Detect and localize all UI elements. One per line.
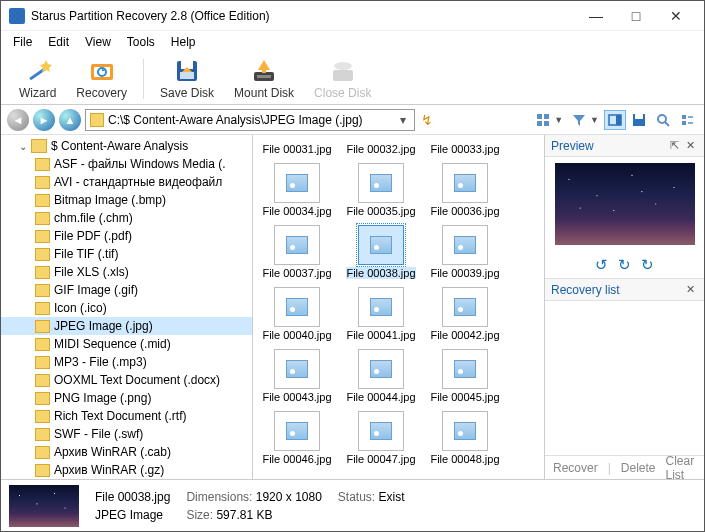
- folder-tree[interactable]: ⌄ $ Content-Aware Analysis ASF - файлы W…: [1, 135, 253, 479]
- folder-icon: [35, 428, 50, 441]
- save-disk-button[interactable]: Save Disk: [150, 56, 224, 102]
- tree-item[interactable]: Bitmap Image (.bmp): [1, 191, 252, 209]
- tree-item[interactable]: OOXML Text Document (.docx): [1, 371, 252, 389]
- recovery-buttons: Recover | Delete Clear List ▯▯▯: [545, 455, 704, 479]
- mount-disk-button[interactable]: Mount Disk: [224, 56, 304, 102]
- file-item[interactable]: File 00042.jpg: [423, 283, 507, 345]
- file-thumb: [442, 163, 488, 203]
- folder-icon: [35, 320, 50, 333]
- nav-up-button[interactable]: ▲: [59, 109, 81, 131]
- file-item[interactable]: File 00047.jpg: [339, 407, 423, 469]
- path-dropdown-icon[interactable]: ▾: [396, 113, 410, 127]
- wizard-button[interactable]: Wizard: [9, 56, 66, 102]
- rotate-right-icon[interactable]: ↻: [641, 256, 654, 274]
- folder-icon: [35, 248, 50, 261]
- svg-rect-10: [257, 75, 271, 78]
- rotate-down-icon[interactable]: ↻: [618, 256, 631, 274]
- svg-rect-13: [333, 70, 353, 81]
- tree-item[interactable]: Rich Text Document (.rtf): [1, 407, 252, 425]
- chevron-down-icon[interactable]: ▼: [590, 115, 599, 125]
- menu-edit[interactable]: Edit: [40, 33, 77, 51]
- file-item[interactable]: File 00036.jpg: [423, 159, 507, 221]
- file-item[interactable]: File 00034.jpg: [255, 159, 339, 221]
- preview-close-icon[interactable]: ✕: [682, 139, 698, 152]
- tree-item[interactable]: File TIF (.tif): [1, 245, 252, 263]
- chevron-down-icon[interactable]: ▼: [554, 115, 563, 125]
- svg-rect-26: [682, 115, 686, 119]
- tree-item[interactable]: MP3 - File (.mp3): [1, 353, 252, 371]
- file-label: File 00036.jpg: [430, 205, 499, 217]
- close-disk-label: Close Disk: [314, 86, 371, 100]
- save-button[interactable]: [628, 110, 650, 130]
- search-button[interactable]: [652, 110, 674, 130]
- file-thumb: [442, 349, 488, 389]
- tree-item[interactable]: JPEG Image (.jpg): [1, 317, 252, 335]
- rotate-left-icon[interactable]: ↺: [595, 256, 608, 274]
- delete-button[interactable]: Delete: [617, 461, 660, 475]
- tree-item[interactable]: Архив WinRAR (.cab): [1, 443, 252, 461]
- file-item[interactable]: File 00045.jpg: [423, 345, 507, 407]
- tree-item[interactable]: MIDI Sequence (.mid): [1, 335, 252, 353]
- menu-tools[interactable]: Tools: [119, 33, 163, 51]
- file-item[interactable]: File 00043.jpg: [255, 345, 339, 407]
- file-item[interactable]: File 00046.jpg: [255, 407, 339, 469]
- file-item[interactable]: File 00044.jpg: [339, 345, 423, 407]
- tree-item[interactable]: SWF - File (.swf): [1, 425, 252, 443]
- tree-item[interactable]: chm.file (.chm): [1, 209, 252, 227]
- file-grid[interactable]: File 00031.jpgFile 00032.jpgFile 00033.j…: [253, 135, 544, 479]
- tree-item[interactable]: ASF - файлы Windows Media (.: [1, 155, 252, 173]
- recovery-list[interactable]: [545, 301, 704, 455]
- tree-item[interactable]: Архив WinRAR (.gz): [1, 461, 252, 479]
- tree-item[interactable]: GIF Image (.gif): [1, 281, 252, 299]
- view-mode-button[interactable]: [532, 110, 554, 130]
- refresh-button[interactable]: ↯: [419, 112, 435, 128]
- options-button[interactable]: [676, 110, 698, 130]
- maximize-button[interactable]: □: [616, 2, 656, 30]
- nav-forward-button[interactable]: ►: [33, 109, 55, 131]
- file-thumb: [358, 225, 404, 265]
- menu-help[interactable]: Help: [163, 33, 204, 51]
- menu-view[interactable]: View: [77, 33, 119, 51]
- tree-root[interactable]: ⌄ $ Content-Aware Analysis: [1, 137, 252, 155]
- filter-button[interactable]: [568, 110, 590, 130]
- clear-list-button[interactable]: Clear List: [662, 454, 699, 480]
- path-box[interactable]: ▾: [85, 109, 415, 131]
- status-value: Exist: [379, 490, 405, 504]
- tree-item[interactable]: File XLS (.xls): [1, 263, 252, 281]
- recovery-list-close-icon[interactable]: ✕: [682, 283, 698, 296]
- file-label: File 00047.jpg: [346, 453, 415, 465]
- file-item[interactable]: File 00037.jpg: [255, 221, 339, 283]
- file-item[interactable]: File 00032.jpg: [339, 139, 423, 159]
- file-thumb: [274, 411, 320, 451]
- close-button[interactable]: ✕: [656, 2, 696, 30]
- tree-item-label: OOXML Text Document (.docx): [54, 373, 220, 387]
- preview-toggle-button[interactable]: [604, 110, 626, 130]
- preview-pin-icon[interactable]: ⇱: [666, 139, 682, 152]
- path-input[interactable]: [108, 113, 396, 127]
- tree-item[interactable]: AVI - стандартные видеофайл: [1, 173, 252, 191]
- tree-item-label: chm.file (.chm): [54, 211, 133, 225]
- tree-item[interactable]: File PDF (.pdf): [1, 227, 252, 245]
- svg-point-14: [334, 62, 352, 70]
- collapse-icon[interactable]: ⌄: [19, 141, 31, 152]
- file-item[interactable]: File 00040.jpg: [255, 283, 339, 345]
- file-item[interactable]: File 00041.jpg: [339, 283, 423, 345]
- file-item[interactable]: File 00038.jpg: [339, 221, 423, 283]
- nav-back-button[interactable]: ◄: [7, 109, 29, 131]
- file-item[interactable]: File 00031.jpg: [255, 139, 339, 159]
- recovery-button[interactable]: Recovery: [66, 56, 137, 102]
- file-item[interactable]: File 00048.jpg: [423, 407, 507, 469]
- view-tools: ▼ ▼: [532, 110, 698, 130]
- recover-button[interactable]: Recover: [549, 461, 602, 475]
- tree-item-label: File TIF (.tif): [54, 247, 118, 261]
- file-item[interactable]: File 00039.jpg: [423, 221, 507, 283]
- file-item[interactable]: File 00035.jpg: [339, 159, 423, 221]
- tree-item[interactable]: Icon (.ico): [1, 299, 252, 317]
- file-item[interactable]: File 00033.jpg: [423, 139, 507, 159]
- mount-disk-label: Mount Disk: [234, 86, 294, 100]
- preview-title: Preview: [551, 139, 666, 153]
- menu-file[interactable]: File: [5, 33, 40, 51]
- svg-rect-16: [544, 114, 549, 119]
- minimize-button[interactable]: ―: [576, 2, 616, 30]
- tree-item[interactable]: PNG Image (.png): [1, 389, 252, 407]
